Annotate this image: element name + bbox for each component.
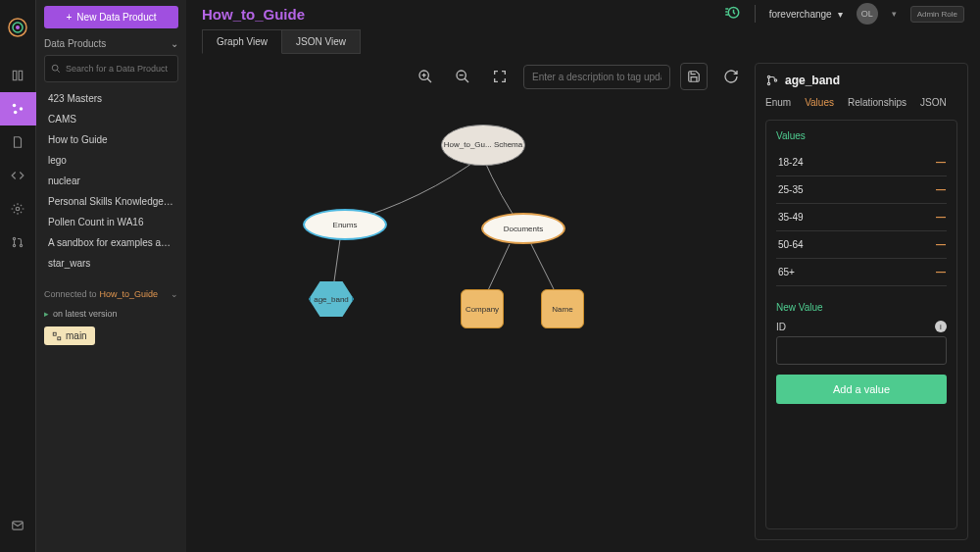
version-text: on latest version [53, 309, 118, 319]
graph-canvas[interactable]: How_to_Gu... Schema Enums Documents age_… [198, 63, 745, 540]
svg-point-8 [16, 207, 20, 211]
caret-down-icon[interactable]: ▾ [892, 9, 897, 19]
new-data-product-button[interactable]: + New Data Product [44, 6, 178, 28]
product-item[interactable]: A sandbox for examples and r... [44, 232, 178, 253]
chevron-down-icon: ⌄ [171, 38, 178, 49]
rail-code-icon[interactable] [0, 159, 36, 192]
svg-point-13 [52, 65, 58, 71]
node-documents[interactable]: Documents [481, 213, 565, 244]
product-item[interactable]: How to Guide [44, 129, 178, 150]
refresh-button[interactable] [717, 63, 745, 90]
rail-mail-icon[interactable] [0, 509, 36, 542]
svg-point-11 [20, 244, 22, 246]
remove-value-button[interactable]: — [936, 267, 945, 277]
value-text: 25-35 [778, 184, 804, 195]
remove-value-button[interactable]: — [936, 184, 945, 195]
section-label-text: Data Products [44, 38, 106, 49]
value-text: 35-49 [778, 212, 804, 223]
version-label: ▸ on latest version [44, 309, 178, 319]
detail-header: age_band [765, 74, 957, 87]
svg-point-21 [774, 79, 776, 81]
rail-graph-icon[interactable] [0, 92, 36, 125]
svg-point-6 [20, 107, 24, 111]
app-logo [6, 16, 29, 39]
tab-graph-view[interactable]: Graph View [202, 29, 282, 54]
detail-panel: age_band Enum Values Relationships JSON … [755, 63, 968, 540]
new-value-title: New Value [776, 302, 947, 313]
info-icon[interactable]: i [935, 321, 947, 332]
product-list: 423 Masters CAMS How to Guide lego nucle… [44, 88, 178, 274]
node-root[interactable]: How_to_Gu... Schema [441, 125, 525, 166]
data-products-section[interactable]: Data Products ⌄ [44, 38, 178, 49]
avatar[interactable]: OL [857, 3, 878, 25]
search-input[interactable] [66, 64, 175, 74]
value-row: 35-49— [776, 204, 947, 231]
plus-icon: + [67, 12, 73, 23]
value-row: 18-24— [776, 149, 947, 176]
dtab-json[interactable]: JSON [920, 97, 947, 108]
svg-point-7 [14, 111, 17, 115]
remove-value-button[interactable]: — [936, 157, 945, 168]
chevron-down-icon: ⌄ [171, 289, 178, 299]
svg-rect-15 [58, 336, 61, 339]
value-row: 25-35— [776, 176, 947, 204]
product-item[interactable]: Personal Skills Knowledge Gr... [44, 191, 178, 212]
remove-value-button[interactable]: — [936, 239, 945, 250]
remove-value-button[interactable]: — [936, 212, 945, 223]
timer-icon[interactable] [723, 3, 741, 25]
main: How_to_Guide foreverchange ▾ OL ▾ Admin … [186, 0, 980, 552]
user-name: foreverchange [769, 9, 832, 20]
id-input[interactable] [776, 336, 947, 365]
rail-pull-request-icon[interactable] [0, 226, 36, 259]
zoom-in-button[interactable] [412, 63, 439, 90]
save-button[interactable] [680, 63, 708, 90]
tag-description-input[interactable] [523, 65, 670, 89]
connected-prefix: Connected to [44, 289, 97, 299]
node-name[interactable]: Name [541, 289, 584, 328]
left-panel: + New Data Product Data Products ⌄ 423 M… [36, 0, 186, 552]
id-label: ID [776, 322, 786, 332]
add-value-button[interactable]: Add a value [776, 375, 947, 404]
branch-name: main [66, 330, 87, 341]
value-text: 18-24 [778, 157, 804, 168]
dtab-values[interactable]: Values [805, 97, 834, 108]
connected-label[interactable]: Connected to How_to_Guide ⌄ [44, 289, 178, 299]
node-age-band[interactable]: age_band [309, 279, 354, 319]
product-item[interactable]: Pollen Count in WA16 [44, 212, 178, 232]
view-tabs: Graph View JSON View [186, 27, 980, 55]
node-company[interactable]: Company [461, 289, 504, 328]
top-right: foreverchange ▾ OL ▾ Admin Role [723, 3, 964, 25]
branch-icon [765, 74, 779, 87]
tab-json-view[interactable]: JSON View [282, 29, 361, 54]
product-item[interactable]: 423 Masters [44, 88, 178, 109]
product-item[interactable]: CAMS [44, 109, 178, 129]
value-row: 65+— [776, 259, 947, 286]
branch-badge[interactable]: main [44, 326, 95, 345]
svg-point-20 [767, 82, 769, 84]
rail-settings-icon[interactable] [0, 192, 36, 226]
top-bar: How_to_Guide foreverchange ▾ OL ▾ Admin … [186, 0, 980, 27]
dtab-relationships[interactable]: Relationships [848, 97, 906, 108]
user-menu[interactable]: foreverchange ▾ [769, 9, 843, 20]
product-item[interactable]: lego [44, 150, 178, 171]
zoom-out-button[interactable] [449, 63, 476, 90]
svg-rect-14 [53, 332, 56, 335]
value-text: 50-64 [778, 239, 804, 250]
svg-point-10 [13, 244, 15, 246]
icon-rail [0, 0, 36, 552]
svg-point-19 [767, 75, 769, 77]
divider [755, 5, 756, 23]
product-item[interactable]: star_wars [44, 253, 178, 274]
rail-books-icon[interactable] [0, 59, 36, 92]
rail-document-icon[interactable] [0, 125, 36, 159]
search-icon [51, 60, 61, 77]
triangle-icon: ▸ [44, 309, 49, 319]
dtab-enum[interactable]: Enum [765, 97, 791, 108]
caret-down-icon: ▾ [838, 9, 843, 20]
node-enums[interactable]: Enums [303, 209, 387, 240]
product-item[interactable]: nuclear [44, 171, 178, 191]
fullscreen-button[interactable] [486, 63, 514, 90]
search-box[interactable] [44, 55, 178, 82]
svg-point-2 [16, 25, 20, 29]
branch-icon [52, 331, 62, 341]
